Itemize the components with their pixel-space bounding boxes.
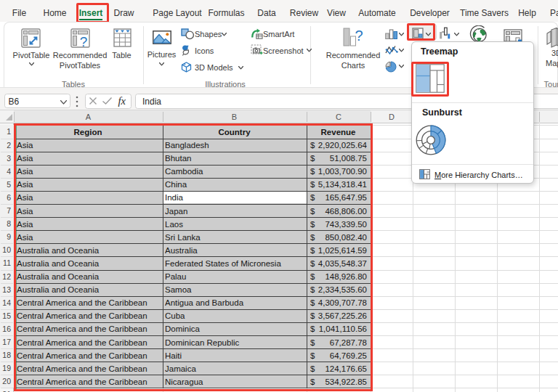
svg-text:?: ? [80, 34, 88, 48]
svg-text:?: ? [355, 28, 363, 44]
